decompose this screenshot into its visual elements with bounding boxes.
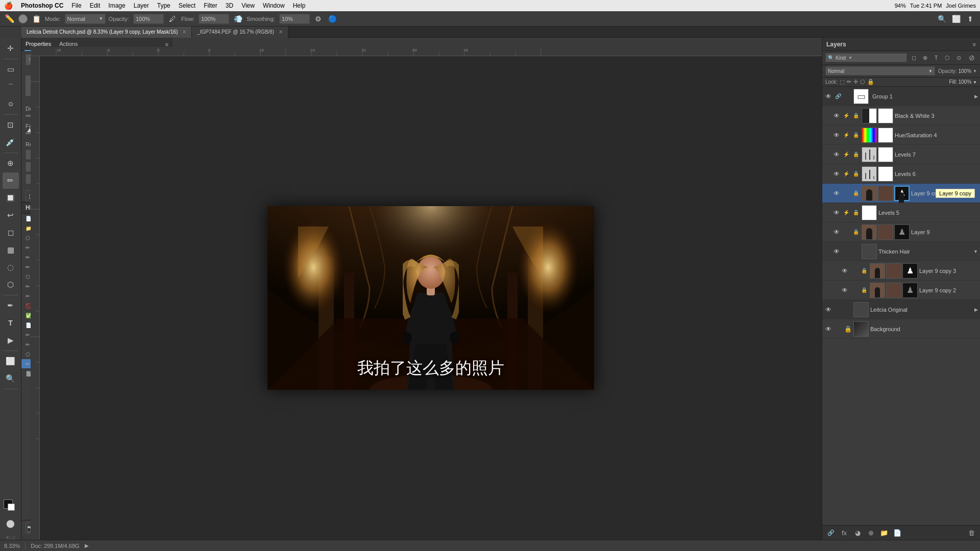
fill-value[interactable]: 100% — [959, 79, 972, 85]
rectangular-marquee-tool[interactable]: ▭ — [3, 61, 19, 78]
add-mask-icon-bottom[interactable]: ◕ — [852, 527, 863, 538]
new-fill-adj-icon[interactable]: ⊕ — [865, 527, 876, 538]
layer-vis-leitcia[interactable]: 👁 — [824, 306, 832, 314]
link-layers-icon[interactable]: 🔗 — [825, 527, 837, 538]
layer-leitcia-original[interactable]: 👁 Leitcia Original ▶ — [822, 300, 980, 319]
menu-edit[interactable]: Edit — [90, 2, 101, 9]
layer-vis-l9c2[interactable]: 👁 — [841, 286, 849, 294]
layer-l9copy[interactable]: 👁 🔒 ♟ Layer 9 copy Layer 9 copy — [822, 184, 980, 203]
quick-select-tool[interactable]: ⊙ — [3, 96, 19, 112]
airbrush-icon[interactable]: 💨 — [232, 13, 243, 24]
zoom-tool[interactable]: 🔍 — [3, 370, 19, 387]
blend-mode-dropdown[interactable]: Normal ▼ — [825, 66, 935, 76]
arrange-icon[interactable]: ⬜ — [950, 13, 962, 24]
history-brush-tool[interactable]: ↩ — [3, 207, 19, 223]
eyedropper-tool[interactable]: 💉 — [3, 134, 19, 151]
new-group-icon[interactable]: 📁 — [878, 527, 890, 538]
eraser-tool[interactable]: ◻ — [3, 224, 19, 241]
layer-vis-bg[interactable]: 👁 — [824, 325, 832, 333]
tab-pef[interactable]: _IGP7484.PEF @ 16.7% (RGB/8) ✕ — [192, 27, 288, 38]
layer-l9[interactable]: 👁 🔒 ♟ Layer 9 — [822, 222, 980, 242]
lock-all-icon[interactable]: 🔒 — [867, 79, 874, 85]
brush-tool[interactable]: ✏ — [3, 172, 19, 189]
layer-vis-l9copy[interactable]: 👁 — [832, 189, 841, 197]
clone-stamp-tool[interactable]: 🔲 — [3, 190, 19, 206]
layer-thicken-hair[interactable]: 👁 Thicken Hair ▼ — [822, 242, 980, 261]
menu-type[interactable]: Type — [157, 2, 170, 9]
apple-menu[interactable]: 🍎 — [4, 2, 13, 10]
crop-tool[interactable]: ⊡ — [3, 117, 19, 133]
layer-l9c3[interactable]: 👁 🔒 ♟ Layer 9 copy 3 — [822, 261, 980, 281]
opacity-input[interactable]: 100% — [133, 14, 164, 24]
tab-pef-close[interactable]: ✕ — [279, 29, 283, 35]
delete-layer-icon[interactable]: 🗑 — [966, 527, 977, 538]
blur-tool[interactable]: ◌ — [3, 259, 19, 276]
filter-shape-icon[interactable]: ⬡ — [942, 53, 952, 63]
filter-pixel-icon[interactable]: ◻ — [909, 53, 919, 63]
brush-hardness-icon[interactable]: 📋 — [31, 13, 42, 24]
layer-vis-hue4[interactable]: 👁 — [832, 131, 841, 139]
lock-artboard-icon[interactable]: ⬡ — [860, 79, 865, 85]
smoothing-input[interactable]: 10% — [279, 14, 310, 24]
tab-psd-close[interactable]: ✕ — [182, 29, 186, 35]
pen-tool[interactable]: ✒ — [3, 297, 19, 314]
menu-window[interactable]: Window — [263, 2, 285, 9]
lock-position-icon[interactable]: ✛ — [853, 79, 858, 85]
add-fx-icon[interactable]: fx — [839, 527, 850, 538]
pressure-opacity-icon[interactable]: 🖊 — [167, 13, 178, 24]
dodge-tool[interactable]: ⬡ — [3, 277, 19, 293]
filter-toggle-icon[interactable]: ⊘ — [967, 53, 977, 63]
layer-bw3[interactable]: 👁 ⚡ 🔒 Black & White 3 — [822, 106, 980, 126]
paint-symmetry-icon[interactable]: 🔵 — [327, 13, 338, 24]
layer-lev6[interactable]: 👁 ⚡ 🔒 Levels 6 — [822, 164, 980, 184]
layer-background[interactable]: 👁 🔒 Background — [822, 319, 980, 339]
canvas-image[interactable]: 我拍了这么多的照片 — [40, 56, 822, 540]
new-layer-icon[interactable]: 📄 — [892, 527, 903, 538]
menu-file[interactable]: File — [71, 2, 81, 9]
group1-arrow[interactable]: ▶ — [974, 94, 978, 99]
text-tool[interactable]: T — [3, 315, 19, 331]
filter-text-icon[interactable]: T — [931, 53, 941, 63]
share-icon[interactable]: ⬆ — [965, 13, 976, 24]
lock-brush-icon[interactable]: ✏ — [847, 79, 851, 85]
shape-tool[interactable]: ⬜ — [3, 353, 19, 369]
layers-menu-icon[interactable]: ≡ — [973, 41, 976, 47]
layer-vis-thicken[interactable]: 👁 — [832, 247, 841, 256]
layer-vis-l9[interactable]: 👁 — [832, 228, 841, 236]
quick-mask-mode[interactable]: ⬤ — [3, 515, 19, 532]
menu-layer[interactable]: Layer — [134, 2, 149, 9]
leitcia-arrow[interactable]: ▶ — [974, 307, 978, 312]
opacity-value[interactable]: 100% — [959, 68, 972, 74]
gradient-tool[interactable]: ▦ — [3, 242, 19, 258]
tab-psd[interactable]: Leitcia Detroit Church.psd @ 8.33% (Laye… — [21, 27, 192, 38]
layer-vis-l9c3[interactable]: 👁 — [841, 267, 849, 275]
flow-input[interactable]: 100% — [199, 14, 229, 24]
search-icon[interactable]: 🔍 — [936, 13, 947, 24]
properties-menu-icon[interactable]: ≡ — [165, 41, 168, 47]
move-tool[interactable]: ✛ — [3, 40, 19, 57]
lock-pixel-icon[interactable]: ⬚ — [840, 79, 845, 85]
menu-image[interactable]: Image — [108, 2, 125, 9]
layer-lev5[interactable]: 👁 ⚡ 🔒 Levels 5 — [822, 203, 980, 222]
layer-hue4[interactable]: 👁 ⚡ 🔒 Hue/Saturation 4 — [822, 126, 980, 145]
thicken-arrow[interactable]: ▼ — [973, 249, 978, 254]
filter-smart-icon[interactable]: ⊙ — [953, 53, 964, 63]
layer-group1[interactable]: 👁 🔗 ▭ Group 1 ▶ — [822, 87, 980, 106]
menu-select[interactable]: Select — [179, 2, 195, 9]
filter-adj-icon[interactable]: ⊕ — [920, 53, 930, 63]
menu-help[interactable]: Help — [293, 2, 306, 9]
path-select-tool[interactable]: ▶ — [3, 332, 19, 348]
menu-3d[interactable]: 3D — [226, 2, 233, 9]
layer-l9c2[interactable]: 👁 🔒 ♟ Layer 9 copy 2 — [822, 281, 980, 300]
status-arrow[interactable]: ▶ — [85, 543, 89, 548]
mode-dropdown[interactable]: Normal ▼ — [65, 14, 106, 24]
layer-vis-bw3[interactable]: 👁 — [832, 112, 841, 120]
menu-filter[interactable]: Filter — [204, 2, 217, 9]
menu-view[interactable]: View — [241, 2, 255, 9]
lasso-tool[interactable]: ⌒ — [3, 79, 19, 95]
layer-vis-group1[interactable]: 👁 — [824, 92, 832, 101]
layer-vis-lev6[interactable]: 👁 — [832, 170, 841, 178]
healing-brush-tool[interactable]: ⊕ — [3, 155, 19, 171]
smoothing-settings-icon[interactable]: ⚙ — [313, 13, 324, 24]
canvas-area[interactable]: -16 -8 0 8 16 24 32 40 48 — [31, 47, 822, 540]
